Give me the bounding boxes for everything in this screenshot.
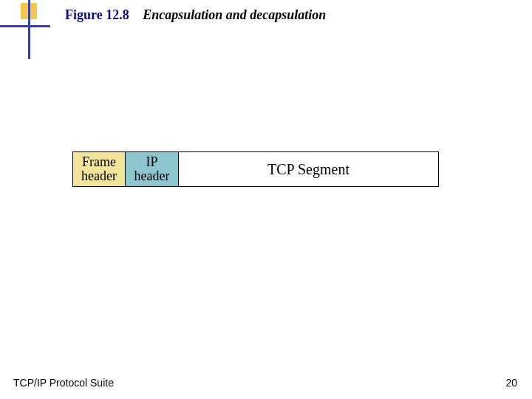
encapsulation-diagram: Frame header IP header TCP Segment [72, 151, 439, 187]
decorative-horizontal-line [0, 25, 50, 27]
ip-header-cell: IP header [126, 151, 179, 187]
frame-header-label-line1: Frame [81, 155, 117, 169]
tcp-segment-cell: TCP Segment [179, 151, 439, 187]
frame-header-cell: Frame header [72, 151, 126, 187]
tcp-segment-label: TCP Segment [267, 162, 349, 177]
figure-caption: Figure 12.8 Encapsulation and decapsulat… [65, 7, 326, 23]
figure-title: Encapsulation and decapsulation [143, 7, 326, 22]
frame-header-label-line2: header [81, 169, 117, 183]
figure-number: Figure 12.8 [65, 7, 129, 22]
ip-header-label-line1: IP [134, 155, 170, 169]
page-number: 20 [505, 377, 517, 389]
decorative-vertical-line [28, 0, 30, 59]
ip-header-label-line2: header [134, 169, 170, 183]
footer-text: TCP/IP Protocol Suite [13, 377, 114, 389]
slide: Figure 12.8 Encapsulation and decapsulat… [0, 0, 532, 399]
